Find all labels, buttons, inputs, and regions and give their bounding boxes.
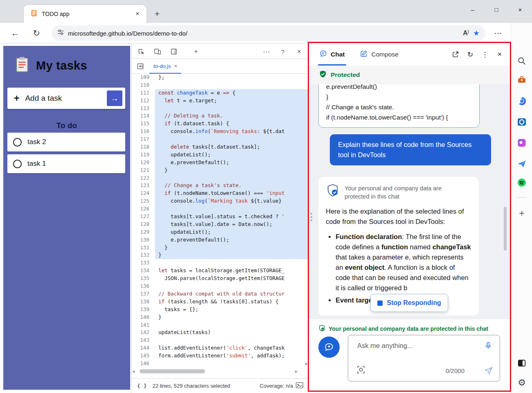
code-line[interactable]: 116 console.info(`Removing tasks: ${t.da…	[131, 128, 309, 136]
scrollbar-thumb[interactable]	[140, 369, 205, 373]
line-number[interactable]: 123	[131, 182, 155, 190]
browser-tab[interactable]: TODO app ×	[24, 5, 147, 23]
customize-sidebar-plus-icon[interactable]: +	[516, 208, 527, 219]
scroll-right-icon[interactable]: ▸	[295, 368, 298, 374]
line-number[interactable]: 120	[131, 159, 155, 167]
search-icon[interactable]	[516, 56, 527, 66]
inspect-element-icon[interactable]	[136, 47, 146, 56]
vertical-scrollbar[interactable]: ▾	[303, 74, 309, 368]
window-minimize-button[interactable]: –	[461, 0, 485, 19]
file-tab-close-icon[interactable]: ×	[174, 63, 178, 69]
code-line[interactable]: 132}	[131, 251, 309, 259]
image-icon[interactable]	[295, 382, 304, 390]
code-line[interactable]: 145form.addEventListener('submit', addTa…	[131, 352, 309, 360]
line-number[interactable]: 137	[131, 290, 155, 298]
hide-sidebar-icon[interactable]	[516, 358, 527, 368]
tab-chat[interactable]: Chat	[318, 43, 346, 66]
code-line[interactable]: 109};	[131, 74, 309, 81]
code-line[interactable]: 114 // Deleting a task.	[131, 112, 309, 120]
submit-arrow-icon[interactable]: →	[107, 90, 122, 106]
line-number[interactable]: 132	[131, 251, 155, 259]
line-number[interactable]: 124	[131, 190, 155, 197]
task-item[interactable]: task 1	[7, 154, 125, 173]
new-topic-button[interactable]	[318, 337, 340, 358]
favorites-star-icon[interactable]: ★	[473, 29, 480, 38]
code-line[interactable]: 111const changeTask = e => {	[131, 89, 309, 97]
line-number[interactable]: 125	[131, 197, 155, 205]
line-number[interactable]: 129	[131, 228, 155, 236]
line-number[interactable]: 133	[131, 259, 155, 267]
line-number[interactable]: 109	[131, 74, 155, 81]
stop-responding-button[interactable]: Stop Responding	[370, 294, 448, 312]
devtools-help-icon[interactable]: ?	[278, 47, 288, 56]
tab-compose[interactable]: Compose	[358, 43, 400, 66]
line-number[interactable]: 114	[131, 112, 155, 120]
code-line[interactable]: 119 updateList();	[131, 151, 309, 159]
copilot-more-icon[interactable]: ⋮	[479, 48, 491, 61]
task-checkbox-icon[interactable]	[13, 160, 22, 168]
line-number[interactable]: 126	[131, 205, 155, 213]
code-line[interactable]: 129 updateList();	[131, 228, 309, 236]
line-number[interactable]: 122	[131, 174, 155, 182]
panel-resize-handle[interactable]	[311, 213, 313, 221]
code-line[interactable]: 133	[131, 259, 309, 267]
add-task-button[interactable]: + Add a task →	[7, 88, 125, 109]
line-number[interactable]: 119	[131, 151, 155, 159]
code-line[interactable]: 131 }	[131, 244, 309, 252]
code-line[interactable]: 126	[131, 205, 309, 213]
task-item[interactable]: task 2	[7, 133, 125, 151]
code-line[interactable]: 121 }	[131, 167, 309, 174]
line-number[interactable]: 115	[131, 120, 155, 128]
url-text[interactable]: microsoftedge.github.io/Demos/demo-to-do…	[68, 30, 459, 37]
code-line[interactable]: 112 let t = e.target;	[131, 97, 309, 105]
line-number[interactable]: 112	[131, 97, 155, 105]
code-line[interactable]: 134let tasks = localStorage.getItem(STOR…	[131, 267, 309, 275]
code-line[interactable]: 138if (tasks.length && !tasks[0].status)…	[131, 298, 309, 306]
chat-scroll-area[interactable]: e.preventDefault()}// Change a task's st…	[309, 84, 511, 319]
devtools-close-icon[interactable]: ×	[294, 47, 304, 56]
pretty-print-icon[interactable]: { }	[137, 383, 147, 389]
open-in-window-icon[interactable]	[449, 48, 462, 61]
line-number[interactable]: 141	[131, 321, 155, 329]
drop-icon[interactable]	[516, 158, 527, 169]
code-line[interactable]: 115 if (t.dataset.task) {	[131, 120, 309, 128]
window-maximize-button[interactable]: □	[485, 0, 508, 19]
spotify-icon[interactable]	[516, 177, 527, 188]
code-line[interactable]: 117	[131, 136, 309, 143]
device-toolbar-icon[interactable]	[153, 47, 162, 56]
line-number[interactable]: 113	[131, 105, 155, 113]
task-checkbox-icon[interactable]	[13, 138, 22, 147]
code-line[interactable]: 141	[131, 321, 309, 329]
code-editor[interactable]: 109};110111const changeTask = e => {112 …	[131, 74, 309, 368]
line-number[interactable]: 130	[131, 236, 155, 244]
line-number[interactable]: 140	[131, 314, 155, 321]
code-line[interactable]: 130 e.preventDefault();	[131, 236, 309, 244]
line-number[interactable]: 136	[131, 282, 155, 290]
code-line[interactable]: 139 tasks = {};	[131, 306, 309, 314]
code-line[interactable]: 128 tasks[t.value].date = Date.now();	[131, 221, 309, 228]
code-line[interactable]: 140}	[131, 314, 309, 321]
scroll-down-icon[interactable]: ▾	[303, 361, 309, 367]
refresh-chat-icon[interactable]: ↻	[464, 48, 476, 61]
code-line[interactable]: 125 console.log(`Marking task ${t.value}	[131, 197, 309, 205]
file-tab-to-do-js[interactable]: to-do.js ×	[149, 59, 181, 74]
line-number[interactable]: 111	[131, 89, 155, 97]
line-number[interactable]: 134	[131, 267, 155, 275]
line-number[interactable]: 117	[131, 136, 155, 143]
back-button[interactable]: ←	[8, 26, 22, 40]
microphone-icon[interactable]	[484, 341, 492, 351]
line-number[interactable]: 128	[131, 221, 155, 228]
code-line[interactable]: 127 tasks[t.value].status = t.checked ? …	[131, 213, 309, 221]
site-info-icon[interactable]	[57, 29, 64, 37]
line-number[interactable]: 143	[131, 337, 155, 344]
line-number[interactable]: 110	[131, 81, 155, 89]
code-line[interactable]: 122	[131, 174, 309, 182]
microsoft-365-icon[interactable]	[516, 96, 527, 106]
line-number[interactable]: 127	[131, 213, 155, 221]
window-close-button[interactable]: ×	[508, 0, 532, 19]
chat-input-box[interactable]: 0/2000	[348, 335, 500, 382]
refresh-button[interactable]: ↻	[29, 26, 43, 40]
dock-panel-icon[interactable]	[169, 47, 179, 56]
code-line[interactable]: 135 JSON.parse(localStorage.getItem(STOR…	[131, 275, 309, 282]
navigator-toggle-icon[interactable]	[135, 61, 145, 71]
